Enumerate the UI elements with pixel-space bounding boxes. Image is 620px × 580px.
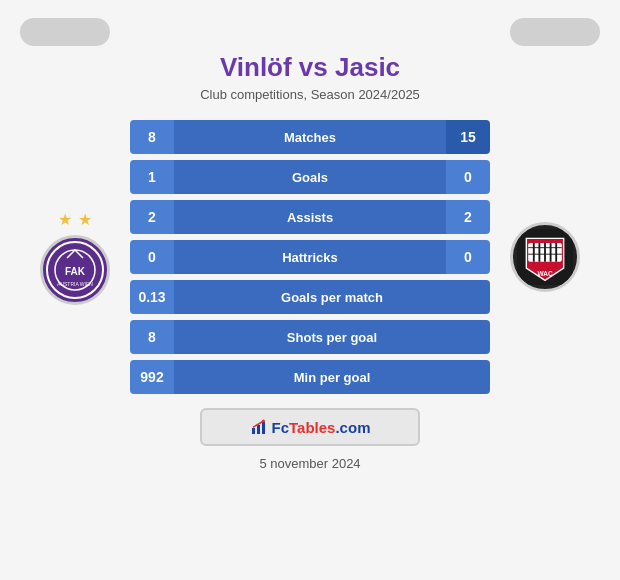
right-oval-badge	[510, 18, 600, 46]
svg-rect-17	[262, 422, 265, 434]
star-1: ★	[58, 210, 72, 229]
footer-date: 5 november 2024	[259, 456, 360, 471]
left-team-logo: FAK AUSTRIA WIEN	[40, 235, 110, 305]
right-team-logo: WAC	[510, 222, 580, 292]
assists-left-val: 2	[130, 200, 174, 234]
page-title: Vinlöf vs Jasic	[220, 52, 400, 83]
page-subtitle: Club competitions, Season 2024/2025	[200, 87, 420, 102]
svg-rect-15	[252, 428, 255, 434]
top-badges	[20, 18, 600, 46]
spg-label: Shots per goal	[287, 330, 377, 345]
svg-text:FAK: FAK	[65, 266, 86, 277]
goals-label-block: Goals	[174, 160, 446, 194]
gpm-label-block: Goals per match	[174, 280, 490, 314]
hattricks-label: Hattricks	[282, 250, 338, 265]
fctables-brand: FcTables.com	[272, 419, 371, 436]
stat-row-goals-per-match: 0.13 Goals per match	[130, 280, 490, 314]
content-area: ★ ★ FAK AUSTRIA WIEN 8 Matc	[20, 120, 600, 394]
stat-row-min-per-goal: 992 Min per goal	[130, 360, 490, 394]
matches-label: Matches	[284, 130, 336, 145]
matches-right-val: 15	[446, 120, 490, 154]
page-wrapper: Vinlöf vs Jasic Club competitions, Seaso…	[0, 0, 620, 580]
gpm-left-val: 0.13	[130, 280, 174, 314]
mpg-label: Min per goal	[294, 370, 371, 385]
left-oval-badge	[20, 18, 110, 46]
matches-left-val: 8	[130, 120, 174, 154]
assists-label: Assists	[287, 210, 333, 225]
stars-row: ★ ★	[58, 210, 92, 229]
spg-left-val: 8	[130, 320, 174, 354]
svg-point-18	[262, 420, 265, 423]
spg-label-block: Shots per goal	[174, 320, 490, 354]
hattricks-left-val: 0	[130, 240, 174, 274]
right-team-badge: WAC	[490, 222, 600, 292]
footer-logo-block: FcTables.com	[200, 408, 420, 446]
left-team-badge: ★ ★ FAK AUSTRIA WIEN	[20, 210, 130, 305]
matches-label-block: Matches	[174, 120, 446, 154]
mpg-label-block: Min per goal	[174, 360, 490, 394]
star-2: ★	[78, 210, 92, 229]
stat-row-shots-per-goal: 8 Shots per goal	[130, 320, 490, 354]
fc-chart-icon	[250, 418, 268, 436]
stat-row-goals: 1 Goals 0	[130, 160, 490, 194]
mpg-left-val: 992	[130, 360, 174, 394]
svg-text:AUSTRIA WIEN: AUSTRIA WIEN	[57, 281, 93, 287]
stat-row-matches: 8 Matches 15	[130, 120, 490, 154]
stat-row-assists: 2 Assists 2	[130, 200, 490, 234]
goals-right-val: 0	[446, 160, 490, 194]
gpm-label: Goals per match	[281, 290, 383, 305]
assists-right-val: 2	[446, 200, 490, 234]
hattricks-label-block: Hattricks	[174, 240, 446, 274]
goals-left-val: 1	[130, 160, 174, 194]
assists-label-block: Assists	[174, 200, 446, 234]
stat-row-hattricks: 0 Hattricks 0	[130, 240, 490, 274]
goals-label: Goals	[292, 170, 328, 185]
stats-column: 8 Matches 15 1 Goals 0 2 Assists 2	[130, 120, 490, 394]
hattricks-right-val: 0	[446, 240, 490, 274]
footer-logo-text: FcTables.com	[226, 418, 394, 436]
svg-text:WAC: WAC	[537, 270, 552, 277]
svg-rect-16	[257, 425, 260, 434]
